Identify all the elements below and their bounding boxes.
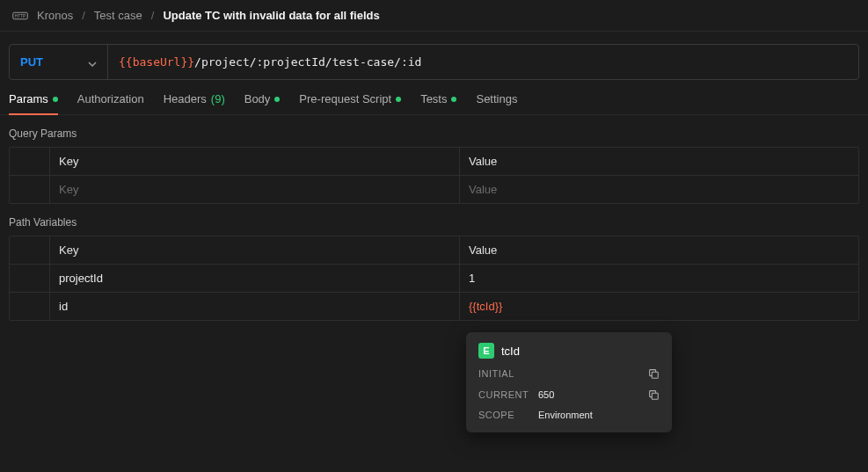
tab-label: Settings [476, 92, 517, 105]
tab-label: Headers [164, 92, 207, 105]
active-dot-icon [53, 97, 58, 102]
table-header-row: Key Value [10, 236, 858, 264]
copy-icon[interactable] [647, 388, 660, 401]
tab-headers[interactable]: Headers (9) [164, 92, 225, 114]
table-header-checkbox [10, 148, 50, 175]
tab-prerequest-script[interactable]: Pre-request Script [299, 92, 401, 114]
tooltip-scope-label: SCOPE [478, 410, 529, 420]
query-value-input[interactable]: Value [460, 176, 858, 203]
table-header-value: Value [460, 148, 858, 175]
table-header-value: Value [460, 236, 858, 264]
chevron-down-icon [88, 58, 97, 67]
breadcrumb-request-name[interactable]: Update TC with invalid data for all fiel… [163, 9, 379, 22]
http-method-label: PUT [20, 55, 43, 69]
http-icon: HTTP [12, 10, 28, 22]
section-title-query-params: Query Params [0, 115, 868, 147]
tooltip-header: E tcId [478, 343, 660, 359]
tooltip-row-initial: INITIAL [478, 367, 660, 380]
breadcrumb-separator-icon: / [151, 9, 155, 22]
headers-count: (9) [211, 92, 225, 105]
tab-label: Tests [420, 92, 447, 105]
tooltip-row-current: CURRENT 650 [478, 388, 660, 401]
tab-params[interactable]: Params [9, 92, 58, 114]
url-variable: {{baseUrl}} [119, 55, 194, 69]
table-header-key: Key [50, 236, 460, 264]
row-checkbox-cell[interactable] [10, 265, 50, 292]
breadcrumb-workspace[interactable]: Kronos [37, 9, 73, 22]
tooltip-current-value: 650 [538, 389, 554, 400]
table-row: projectId 1 [10, 264, 858, 292]
tab-settings[interactable]: Settings [476, 92, 517, 114]
path-variables-table: Key Value projectId 1 id {{tcId}} [9, 236, 859, 321]
active-dot-icon [396, 97, 401, 102]
tab-authorization[interactable]: Authorization [77, 92, 144, 114]
tooltip-scope-value: Environment [538, 410, 593, 420]
breadcrumb-folder[interactable]: Test case [94, 9, 142, 22]
tab-body[interactable]: Body [244, 92, 281, 114]
tab-tests[interactable]: Tests [420, 92, 456, 114]
path-var-key-input[interactable]: projectId [50, 265, 460, 292]
env-badge-icon: E [478, 343, 494, 359]
variable-tooltip: E tcId INITIAL CURRENT 650 SCOPE Environ… [466, 332, 672, 432]
request-tabs: Params Authorization Headers (9) Body Pr… [0, 80, 868, 115]
svg-rect-5 [652, 393, 658, 399]
tab-label: Body [244, 92, 271, 105]
table-row: id {{tcId}} [10, 292, 858, 320]
query-params-table: Key Value Key Value [9, 147, 859, 204]
tab-label: Params [9, 92, 48, 105]
active-dot-icon [274, 97, 280, 102]
path-var-key-input[interactable]: id [50, 293, 460, 320]
tab-label: Authorization [77, 92, 144, 105]
tooltip-initial-label: INITIAL [478, 368, 529, 379]
table-header-key: Key [50, 148, 460, 175]
path-var-value-input[interactable]: 1 [460, 265, 858, 292]
tooltip-row-scope: SCOPE Environment [478, 410, 660, 420]
tab-label: Pre-request Script [299, 92, 391, 105]
breadcrumb-separator-icon: / [82, 9, 85, 22]
row-checkbox-cell[interactable] [10, 176, 50, 203]
table-header-row: Key Value [10, 148, 858, 175]
tooltip-variable-name: tcId [501, 345, 520, 358]
svg-rect-3 [652, 372, 658, 378]
url-path: /project/:projectId/test-case/:id [194, 55, 421, 69]
http-method-select[interactable]: PUT [10, 45, 108, 79]
active-dot-icon [451, 97, 456, 102]
path-var-value-input[interactable]: {{tcId}} [460, 293, 858, 320]
query-key-input[interactable]: Key [50, 176, 460, 203]
row-checkbox-cell[interactable] [10, 293, 50, 320]
breadcrumb: HTTP Kronos / Test case / Update TC with… [0, 0, 868, 32]
request-url-bar: PUT {{baseUrl}}/project/:projectId/test-… [9, 44, 859, 80]
table-header-checkbox [10, 236, 50, 264]
request-url-input[interactable]: {{baseUrl}}/project/:projectId/test-case… [108, 45, 858, 79]
section-title-path-variables: Path Variables [0, 204, 868, 236]
tooltip-current-label: CURRENT [478, 389, 529, 400]
table-row: Key Value [10, 175, 858, 203]
svg-text:HTTP: HTTP [15, 14, 26, 18]
copy-icon[interactable] [647, 367, 660, 380]
